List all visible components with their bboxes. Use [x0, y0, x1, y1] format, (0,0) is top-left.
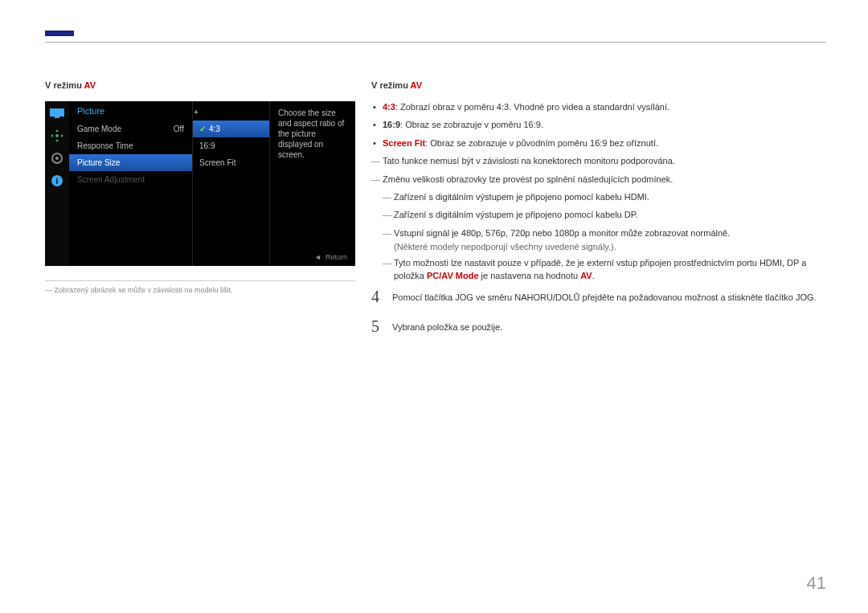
- subdash-hdmi: Zařízení s digitálním výstupem je připoj…: [371, 191, 826, 203]
- bullet-169: 16:9: Obraz se zobrazuje v poměru 16:9.: [371, 119, 826, 131]
- svg-point-2: [55, 134, 59, 137]
- header-accent: [45, 31, 74, 36]
- arrow-up-icon: ▲: [193, 108, 199, 115]
- step-5: 5 Vybraná položka se použije.: [371, 317, 826, 336]
- t: PC/AV Mode: [427, 271, 479, 280]
- arrow-left-icon: ◄: [314, 253, 321, 261]
- bullet-43: 4:3: Zobrazí obraz v poměru 4:3. Vhodné …: [371, 101, 826, 113]
- osd-opt-label: 4:3: [209, 125, 220, 133]
- osd-description: Choose the size and aspect ratio of the …: [270, 101, 355, 266]
- osd-label: Response Time: [77, 141, 133, 150]
- page-number: 41: [807, 573, 826, 594]
- monitor-icon: [50, 108, 64, 119]
- osd-row-gamemode: Game ModeOff: [69, 121, 192, 137]
- osd-footer: ◄ Return: [314, 253, 347, 261]
- bullet-text: : Obraz se zobrazuje v původním poměru 1…: [425, 138, 658, 148]
- heading-av: AV: [84, 80, 96, 90]
- osd-row-screenadj: Screen Adjustment: [69, 171, 192, 188]
- t: AV: [580, 271, 592, 280]
- heading-text: V režimu: [45, 80, 84, 90]
- t: je nastavena na hodnotu: [479, 271, 581, 280]
- left-column: V režimu AV i Picture Game ModeOff Respo…: [45, 80, 355, 347]
- svg-point-4: [55, 157, 59, 160]
- header-rule: [45, 42, 826, 43]
- osd-tabbar: i: [45, 101, 69, 266]
- osd-opt-43: ✓4:3: [193, 121, 269, 137]
- osd-opt-label: Screen Fit: [199, 158, 236, 167]
- step-number: 5: [371, 317, 383, 336]
- subdash-signal: Vstupní signál je 480p, 576p, 720p nebo …: [371, 227, 826, 239]
- svg-rect-1: [55, 116, 59, 118]
- bullet-key: 16:9: [383, 120, 400, 129]
- dash-note-1: Tato funkce nemusí být v závislosti na k…: [371, 155, 826, 167]
- bullet-text: : Zobrazí obraz v poměru 4:3. Vhodné pro…: [395, 102, 669, 112]
- step-4: 4 Pomocí tlačítka JOG ve směru NAHORU/DO…: [371, 288, 826, 306]
- dash-note-2: Změnu velikosti obrazovky lze provést po…: [371, 174, 826, 186]
- t: .: [592, 271, 595, 280]
- heading-av: AV: [411, 80, 422, 90]
- bullet-list: 4:3: Zobrazí obraz v poměru 4:3. Vhodné …: [371, 101, 826, 149]
- move-icon: [50, 130, 64, 141]
- bullet-key: 4:3: [383, 102, 395, 112]
- gear-icon: [50, 153, 64, 164]
- info-icon: i: [50, 175, 64, 186]
- image-note: Zobrazený obrázek se může v závislosti n…: [45, 280, 355, 294]
- right-column: V režimu AV 4:3: Zobrazí obraz v poměru …: [371, 80, 826, 347]
- bullet-key: Screen Fit: [383, 138, 425, 148]
- osd-screenshot: i Picture Game ModeOff Response Time Pic…: [45, 101, 355, 266]
- bullet-text: : Obraz se zobrazuje v poměru 16:9.: [400, 120, 543, 129]
- svg-text:i: i: [56, 177, 59, 186]
- osd-menu: Picture Game ModeOff Response Time Pictu…: [69, 101, 193, 266]
- page-content: V režimu AV i Picture Game ModeOff Respo…: [45, 80, 826, 347]
- osd-title: Picture: [69, 101, 192, 121]
- step-number: 4: [371, 288, 383, 306]
- return-label: Return: [326, 253, 347, 261]
- osd-row-response: Response Time: [69, 137, 192, 154]
- bullet-screenfit: Screen Fit: Obraz se zobrazuje v původní…: [371, 137, 826, 149]
- osd-row-picturesize: Picture Size: [69, 154, 192, 171]
- osd-body: Picture Game ModeOff Response Time Pictu…: [69, 101, 355, 266]
- heading-right: V režimu AV: [371, 80, 826, 90]
- osd-submenu: ✓4:3 16:9 Screen Fit: [193, 101, 270, 266]
- osd-opt-screenfit: Screen Fit: [193, 154, 269, 171]
- heading-left: V režimu AV: [45, 80, 355, 90]
- heading-text: V režimu: [371, 80, 411, 90]
- osd-opt-169: 16:9: [193, 137, 269, 154]
- osd-label: Picture Size: [77, 158, 120, 167]
- osd-label: Screen Adjustment: [77, 175, 145, 184]
- svg-rect-0: [50, 108, 64, 116]
- osd-label: Game Mode: [77, 125, 121, 133]
- check-icon: ✓: [199, 125, 206, 133]
- step-text: Pomocí tlačítka JOG ve směru NAHORU/DOLŮ…: [392, 288, 826, 304]
- step-text: Vybraná položka se použije.: [392, 317, 826, 333]
- subdash-dp: Zařízení s digitálním výstupem je připoj…: [371, 209, 826, 221]
- subdash-signal-extra: (Některé modely nepodporují všechny uved…: [371, 242, 826, 251]
- osd-opt-label: 16:9: [199, 141, 215, 150]
- osd-value: Off: [174, 125, 184, 133]
- subdash-pcav: Tyto možnosti lze nastavit pouze v přípa…: [371, 257, 826, 282]
